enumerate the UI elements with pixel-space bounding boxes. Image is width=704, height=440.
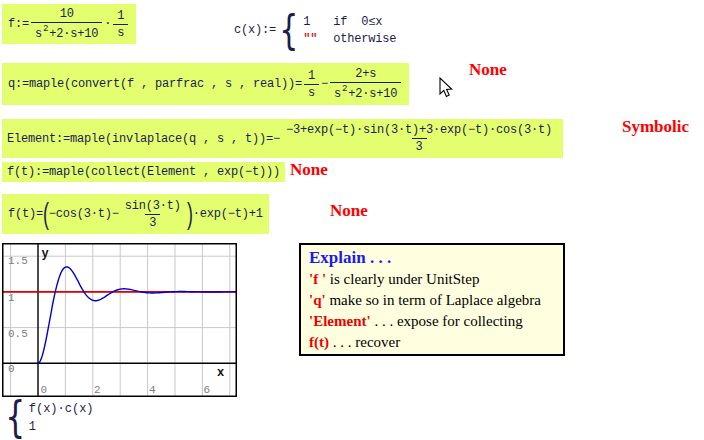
- fraction: sin(3·t) 3: [121, 199, 185, 230]
- fraction: 1 s: [113, 9, 128, 40]
- piecewise-cases: 1 if 0≤x "" otherwise: [303, 15, 396, 46]
- fraction: 2+s s2+2·s+10: [330, 67, 401, 101]
- left-brace: {: [279, 10, 298, 50]
- equation-c-definition[interactable]: c(x):= { 1 if 0≤x "" otherwise: [234, 10, 396, 50]
- fraction: 1 s: [304, 69, 319, 100]
- equation-ft-result[interactable]: f(t)= ( −cos(3·t)− sin(3·t) 3 ) ·exp(−t)…: [2, 194, 269, 234]
- explain-line: 'f ' is clearly under UnitStep: [309, 269, 555, 290]
- eq-f-lhs: f:=: [8, 17, 29, 31]
- x-axis-label: x: [217, 366, 224, 380]
- eq-result-pre: f(t)=: [8, 207, 43, 221]
- case-condition: otherwise: [333, 32, 396, 46]
- eq-collect-text: f(t):=maple(collect(Element , exp(−t))): [7, 165, 280, 179]
- legend-brace: {: [5, 397, 25, 439]
- x-tick-label: 2: [94, 384, 101, 396]
- denominator: s2+2·s+10: [31, 22, 102, 41]
- multiply-dot: ·: [104, 17, 111, 31]
- case-value-string: "": [303, 32, 317, 46]
- equation-f-definition[interactable]: f:= 10 s2+2·s+10 · 1 s: [2, 4, 136, 44]
- evaluation-mode-label-none-result: None: [330, 201, 368, 221]
- eq-element-pre: Element:=maple(invlaplace(q , s , t))=−: [7, 132, 280, 146]
- fraction: 10 s2+2·s+10: [31, 7, 102, 41]
- case-condition: if 0≤x: [333, 15, 396, 29]
- minus-sign: −: [321, 77, 328, 91]
- right-paren: ): [187, 197, 193, 231]
- explain-line: 'Element' . . . expose for collecting: [309, 311, 555, 332]
- eq-result-post: ·exp(−t)+1: [193, 207, 263, 221]
- y-tick-label: 1.5: [8, 255, 28, 267]
- equation-element-invlaplace[interactable]: Element:=maple(invlaplace(q , s , t))=− …: [2, 119, 563, 158]
- mathcad-worksheet: { "colors": { "highlight": "#e3ff70", "e…: [0, 0, 704, 440]
- evaluation-mode-label-none-q: None: [469, 60, 507, 80]
- x-tick-label: 6: [204, 384, 211, 396]
- mouse-cursor-icon: [436, 77, 456, 103]
- explain-title: Explain . . .: [309, 246, 555, 269]
- left-paren: (: [43, 197, 49, 231]
- x-tick-label: 4: [149, 384, 156, 396]
- y-tick-label: 0.5: [8, 328, 28, 340]
- plot-trace-legend: { f(x)·c(x) 1: [2, 397, 94, 439]
- legend-trace-1: f(x)·c(x): [29, 400, 94, 418]
- evaluation-mode-label-symbolic: Symbolic: [622, 117, 689, 137]
- explain-line: f(t) . . . recover: [309, 332, 555, 353]
- equation-ft-collect[interactable]: f(t):=maple(collect(Element , exp(−t))): [2, 162, 285, 182]
- fraction: −3+exp(−t)·sin(3·t)+3·exp(−t)·cos(3·t) 3: [282, 123, 556, 154]
- plot-background: [2, 243, 237, 397]
- numerator: 10: [56, 7, 78, 22]
- xy-plot[interactable]: 1.5 1 0.5 0 0 2 4 6 y x: [2, 243, 237, 401]
- equation-q-parfrac[interactable]: q:=maple(convert(f , parfrac , s , real)…: [2, 63, 409, 105]
- eq-result-inner: −cos(3·t)−: [49, 207, 119, 221]
- legend-trace-2: 1: [29, 418, 94, 436]
- explain-text-box: Explain . . . 'f ' is clearly under Unit…: [299, 243, 565, 356]
- explain-line: 'q' make so in term of Laplace algebra: [309, 290, 555, 311]
- y-tick-label: 0: [8, 363, 15, 375]
- y-tick-label: 1: [8, 292, 15, 304]
- case-value: 1: [303, 15, 317, 29]
- eq-c-lhs: c(x):=: [234, 23, 276, 37]
- x-tick-label: 0: [41, 384, 48, 396]
- y-axis-label: y: [42, 247, 49, 261]
- eq-q-pre: q:=maple(convert(f , parfrac , s , real)…: [8, 77, 302, 91]
- evaluation-mode-label-none-collect: None: [290, 160, 328, 180]
